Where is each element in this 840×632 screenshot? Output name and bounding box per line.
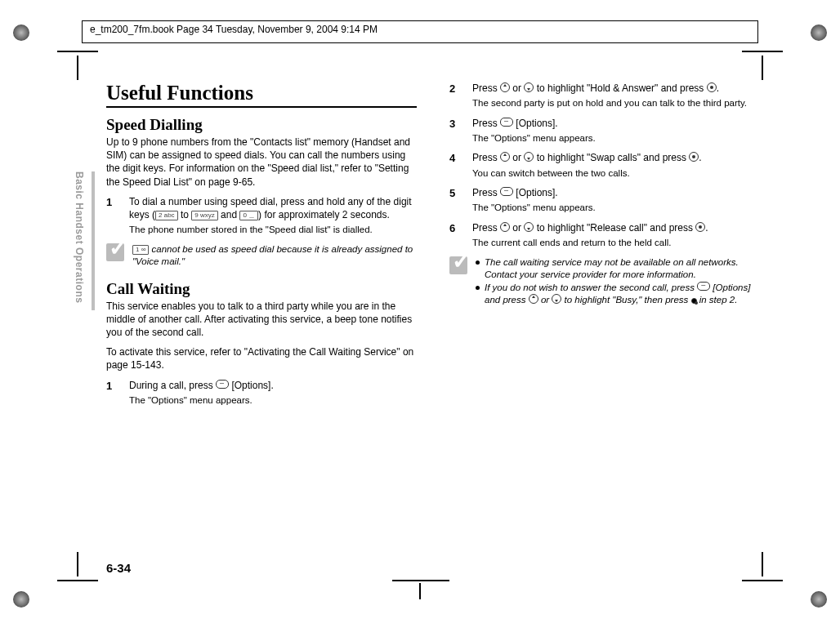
page-number: 6-34: [106, 561, 131, 575]
crop-mark: [57, 51, 98, 52]
nav-up-icon: [500, 82, 510, 92]
softkey-icon: [500, 187, 513, 196]
note-call-waiting: The call waiting service may not be avai…: [449, 256, 760, 307]
heading-useful-functions: Useful Functions: [106, 82, 417, 105]
text: .: [699, 152, 701, 163]
step-number: 4: [449, 151, 461, 180]
text: to: [178, 209, 192, 220]
text: .: [717, 82, 719, 94]
cw-step-1: 1 During a call, press [Options]. The "O…: [106, 379, 417, 407]
crop-circle: [13, 591, 29, 608]
text: If you do not wish to answer the second …: [485, 283, 697, 292]
cw-step-6-sub: The current call ends and return to the …: [472, 237, 760, 250]
crop-mark: [762, 552, 763, 576]
text: During a call, press: [129, 380, 216, 391]
bullet-icon: [476, 260, 480, 265]
call-wait-activate: To activate this service, refer to "Acti…: [106, 345, 417, 372]
crop-circle: [13, 24, 29, 41]
step-number: 1: [106, 379, 118, 407]
cw-step-4-sub: You can switch between the two calls.: [472, 167, 760, 180]
nav-down-icon: [552, 294, 561, 304]
text: or: [510, 152, 524, 163]
note-bullet-2: If you do not wish to answer the second …: [476, 282, 760, 307]
text: to highlight "Swap calls" and press: [534, 152, 689, 163]
step-number: 6: [449, 221, 461, 250]
key-9-icon: 9 wxyz: [191, 211, 217, 220]
note-speed-dial: 1 ∞ cannot be used as speed dial because…: [106, 243, 417, 269]
running-header: e_tm200_7fm.book Page 34 Tuesday, Novemb…: [88, 24, 379, 35]
nav-center-icon: [689, 152, 699, 162]
nav-up-icon: [529, 294, 538, 304]
text: Press: [472, 152, 500, 163]
note-text: 1 ∞ cannot be used as speed dial because…: [132, 243, 417, 269]
softkey-icon: [697, 282, 710, 291]
text: [Options].: [229, 380, 274, 391]
right-column: 2 Press or to highlight "Hold & Answer" …: [449, 82, 760, 413]
cw-step-2: 2 Press or to highlight "Hold & Answer" …: [449, 82, 760, 110]
nav-center-icon: [691, 298, 697, 304]
crop-circle: [811, 24, 827, 41]
crop-mark: [57, 580, 98, 581]
step-1-sub: The phone number stored in the "Speed di…: [129, 224, 417, 237]
text: The call waiting service may not be avai…: [485, 256, 760, 282]
text: [Options].: [513, 187, 558, 198]
softkey-icon: [216, 380, 229, 389]
nav-center-icon: [707, 82, 717, 92]
left-column: Useful Functions Speed Dialling Up to 9 …: [106, 82, 417, 413]
bullet-icon: [476, 286, 480, 290]
cw-step-5-body: Press [Options]. The "Options" menu appe…: [472, 186, 760, 215]
nav-up-icon: [500, 152, 510, 162]
nav-down-icon: [524, 82, 534, 92]
call-wait-intro: This service enables you to talk to a th…: [106, 300, 417, 340]
text: or: [510, 82, 524, 94]
cw-step-3-body: Press [Options]. The "Options" menu appe…: [472, 117, 760, 145]
crop-mark: [419, 583, 421, 599]
cw-step-6: 6 Press or to highlight "Release call" a…: [449, 221, 760, 250]
text: to highlight "Hold & Answer" and press: [534, 82, 706, 94]
step-number: 3: [449, 117, 461, 145]
crop-mark: [77, 552, 78, 576]
crop-mark: [77, 56, 78, 80]
key-1-icon: 1 ∞: [132, 245, 149, 255]
step-1-body: To dial a number using speed dial, press…: [129, 195, 417, 237]
key-0-icon: 0 ＿: [239, 211, 258, 220]
nav-down-icon: [524, 152, 534, 162]
softkey-icon: [500, 118, 513, 127]
text: or: [538, 295, 552, 305]
cw-step-4: 4 Press or to highlight "Swap calls" and…: [449, 151, 760, 180]
nav-up-icon: [500, 222, 510, 232]
cw-step-2-sub: The second party is put on hold and you …: [472, 97, 760, 110]
text: and: [218, 209, 240, 220]
cw-step-3-sub: The "Options" menu appears.: [472, 132, 760, 145]
step-number: 5: [449, 186, 461, 215]
crop-mark: [742, 51, 783, 52]
note-bullet-1: The call waiting service may not be avai…: [476, 256, 760, 282]
step-1: 1 To dial a number using speed dial, pre…: [106, 195, 417, 237]
text: Press: [472, 118, 500, 129]
speed-dial-intro: Up to 9 phone numbers from the "Contacts…: [106, 136, 417, 189]
crop-mark: [742, 580, 783, 581]
text: in step 2.: [697, 295, 738, 305]
step-number: 1: [106, 195, 118, 237]
step-number: 2: [449, 82, 461, 110]
text: cannot be used as speed dial because it …: [132, 244, 413, 267]
section-side-label: Basic Handset Operations: [74, 171, 85, 303]
cw-step-6-body: Press or to highlight "Release call" and…: [472, 221, 760, 250]
page-content: Useful Functions Speed Dialling Up to 9 …: [106, 82, 760, 413]
cw-step-2-body: Press or to highlight "Hold & Answer" an…: [472, 82, 760, 110]
cw-step-5: 5 Press [Options]. The "Options" menu ap…: [449, 186, 760, 215]
text: [Options].: [513, 118, 558, 129]
nav-center-icon: [695, 222, 705, 232]
side-accent-bar: [92, 171, 95, 310]
text: Press: [472, 222, 500, 234]
heading-rule: [106, 106, 417, 108]
key-2-icon: 2 abc: [155, 211, 178, 220]
text: Press: [472, 187, 500, 198]
cw-step-1-sub: The "Options" menu appears.: [129, 394, 417, 407]
cw-step-4-body: Press or to highlight "Swap calls" and p…: [472, 151, 760, 180]
text: ) for approximately 2 seconds.: [258, 209, 390, 220]
check-icon: [449, 256, 467, 274]
check-icon: [106, 243, 124, 261]
crop-mark: [392, 580, 449, 581]
cw-step-5-sub: The "Options" menu appears.: [472, 202, 760, 215]
